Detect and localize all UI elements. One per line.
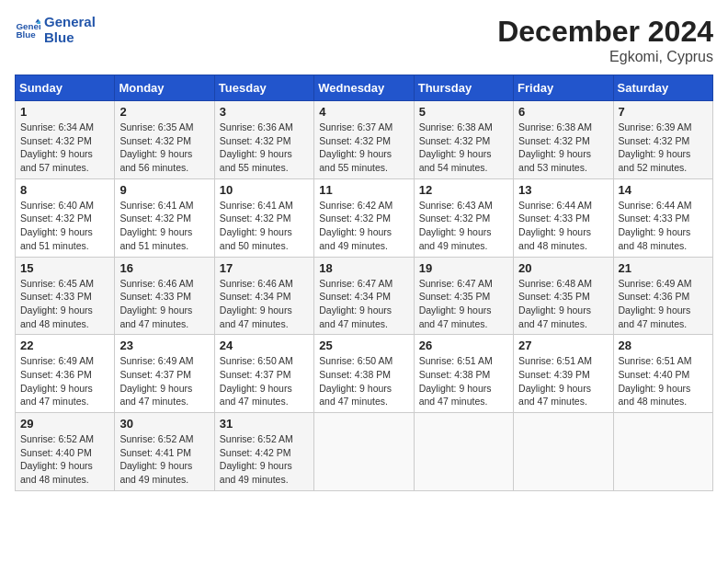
sunset-value: 4:38 PM bbox=[355, 369, 391, 380]
calendar-cell: 20 Sunrise: 6:48 AM Sunset: 4:35 PM Dayl… bbox=[514, 257, 613, 335]
sunrise-label: Sunrise: bbox=[20, 121, 58, 132]
sunset-value: 4:32 PM bbox=[56, 135, 92, 146]
sunrise-value: 6:46 AM bbox=[257, 278, 293, 289]
sunset-label: Sunset: bbox=[20, 291, 56, 302]
sunset-value: 4:32 PM bbox=[355, 213, 391, 224]
sunrise-value: 6:44 AM bbox=[557, 200, 593, 211]
sunrise-label: Sunrise: bbox=[419, 121, 457, 132]
day-number: 6 bbox=[518, 105, 608, 119]
calendar-cell: 19 Sunrise: 6:47 AM Sunset: 4:35 PM Dayl… bbox=[414, 257, 513, 335]
daylight-label: Daylight: bbox=[518, 383, 559, 394]
sunrise-value: 6:44 AM bbox=[656, 200, 692, 211]
day-number: 2 bbox=[119, 105, 209, 119]
day-info: Sunrise: 6:51 AM Sunset: 4:40 PM Dayligh… bbox=[619, 354, 708, 408]
calendar-cell: 22 Sunrise: 6:49 AM Sunset: 4:36 PM Dayl… bbox=[16, 335, 115, 413]
day-info: Sunrise: 6:38 AM Sunset: 4:32 PM Dayligh… bbox=[419, 121, 508, 175]
sunrise-label: Sunrise: bbox=[119, 278, 157, 289]
sunset-value: 4:33 PM bbox=[155, 291, 191, 302]
sunset-label: Sunset: bbox=[619, 213, 654, 224]
sunrise-value: 6:49 AM bbox=[656, 278, 692, 289]
sunrise-value: 6:39 AM bbox=[656, 121, 692, 132]
sunrise-label: Sunrise: bbox=[220, 278, 257, 289]
day-number: 15 bbox=[20, 261, 109, 275]
calendar-cell: 18 Sunrise: 6:47 AM Sunset: 4:34 PM Dayl… bbox=[314, 257, 414, 335]
sunrise-label: Sunrise: bbox=[619, 121, 656, 132]
calendar-cell: 24 Sunrise: 6:50 AM Sunset: 4:37 PM Dayl… bbox=[214, 335, 313, 413]
calendar-week-row: 29 Sunrise: 6:52 AM Sunset: 4:40 PM Dayl… bbox=[16, 413, 713, 491]
day-number: 31 bbox=[220, 417, 309, 431]
calendar-cell: 29 Sunrise: 6:52 AM Sunset: 4:40 PM Dayl… bbox=[16, 413, 115, 491]
sunset-value: 4:33 PM bbox=[56, 291, 92, 302]
sunset-value: 4:37 PM bbox=[155, 369, 191, 380]
day-number: 26 bbox=[419, 339, 508, 352]
sunset-value: 4:41 PM bbox=[155, 447, 191, 458]
sunset-value: 4:32 PM bbox=[155, 213, 191, 224]
sunrise-label: Sunrise: bbox=[619, 200, 656, 211]
day-info: Sunrise: 6:49 AM Sunset: 4:37 PM Dayligh… bbox=[119, 354, 209, 408]
day-info: Sunrise: 6:47 AM Sunset: 4:35 PM Dayligh… bbox=[419, 277, 508, 331]
daylight-label: Daylight: bbox=[20, 460, 61, 471]
sunset-value: 4:40 PM bbox=[56, 447, 92, 458]
sunset-value: 4:36 PM bbox=[56, 369, 92, 380]
calendar-cell: 2 Sunrise: 6:35 AM Sunset: 4:32 PM Dayli… bbox=[115, 101, 214, 179]
day-number: 28 bbox=[619, 339, 708, 352]
column-header-saturday: Saturday bbox=[613, 75, 712, 101]
day-info: Sunrise: 6:39 AM Sunset: 4:32 PM Dayligh… bbox=[619, 121, 708, 175]
sunrise-label: Sunrise: bbox=[419, 200, 457, 211]
sunrise-label: Sunrise: bbox=[220, 200, 257, 211]
day-info: Sunrise: 6:40 AM Sunset: 4:32 PM Dayligh… bbox=[20, 199, 109, 253]
sunrise-value: 6:49 AM bbox=[58, 355, 94, 366]
sunrise-label: Sunrise: bbox=[119, 200, 157, 211]
sunset-label: Sunset: bbox=[119, 135, 155, 146]
sunset-value: 4:32 PM bbox=[554, 135, 590, 146]
sunrise-label: Sunrise: bbox=[20, 278, 58, 289]
sunset-value: 4:42 PM bbox=[255, 447, 290, 458]
calendar-header-row: SundayMondayTuesdayWednesdayThursdayFrid… bbox=[16, 75, 713, 101]
sunset-label: Sunset: bbox=[419, 369, 455, 380]
sunset-label: Sunset: bbox=[220, 447, 256, 458]
daylight-label: Daylight: bbox=[518, 148, 559, 159]
daylight-label: Daylight: bbox=[20, 226, 61, 237]
day-number: 27 bbox=[518, 339, 608, 352]
sunrise-label: Sunrise: bbox=[319, 278, 357, 289]
sunset-label: Sunset: bbox=[20, 135, 56, 146]
sunset-label: Sunset: bbox=[619, 291, 654, 302]
sunrise-value: 6:38 AM bbox=[557, 121, 593, 132]
sunrise-label: Sunrise: bbox=[220, 121, 257, 132]
day-info: Sunrise: 6:36 AM Sunset: 4:32 PM Dayligh… bbox=[220, 121, 309, 175]
calendar-week-row: 15 Sunrise: 6:45 AM Sunset: 4:33 PM Dayl… bbox=[16, 257, 713, 335]
sunrise-label: Sunrise: bbox=[518, 121, 556, 132]
daylight-label: Daylight: bbox=[20, 304, 61, 316]
daylight-label: Daylight: bbox=[119, 226, 160, 237]
day-info: Sunrise: 6:52 AM Sunset: 4:41 PM Dayligh… bbox=[119, 432, 209, 487]
day-info: Sunrise: 6:38 AM Sunset: 4:32 PM Dayligh… bbox=[518, 121, 608, 175]
calendar-cell: 30 Sunrise: 6:52 AM Sunset: 4:41 PM Dayl… bbox=[115, 413, 214, 491]
sunset-value: 4:35 PM bbox=[554, 291, 590, 302]
sunset-value: 4:38 PM bbox=[454, 369, 490, 380]
daylight-label: Daylight: bbox=[20, 383, 61, 394]
logo-general: General bbox=[44, 15, 96, 30]
sunrise-value: 6:50 AM bbox=[358, 355, 393, 366]
sunset-value: 4:35 PM bbox=[454, 291, 490, 302]
daylight-label: Daylight: bbox=[419, 304, 460, 316]
day-info: Sunrise: 6:37 AM Sunset: 4:32 PM Dayligh… bbox=[319, 121, 408, 175]
sunset-label: Sunset: bbox=[220, 291, 256, 302]
calendar-week-row: 22 Sunrise: 6:49 AM Sunset: 4:36 PM Dayl… bbox=[16, 335, 713, 413]
day-number: 17 bbox=[220, 261, 309, 275]
sunset-label: Sunset: bbox=[319, 135, 355, 146]
sunset-label: Sunset: bbox=[619, 135, 654, 146]
sunrise-label: Sunrise: bbox=[20, 200, 58, 211]
day-info: Sunrise: 6:44 AM Sunset: 4:33 PM Dayligh… bbox=[518, 199, 608, 253]
day-number: 24 bbox=[220, 339, 309, 352]
sunset-label: Sunset: bbox=[220, 135, 256, 146]
day-info: Sunrise: 6:41 AM Sunset: 4:32 PM Dayligh… bbox=[119, 199, 209, 253]
sunrise-value: 6:49 AM bbox=[158, 355, 194, 366]
day-info: Sunrise: 6:34 AM Sunset: 4:32 PM Dayligh… bbox=[20, 121, 109, 175]
day-info: Sunrise: 6:49 AM Sunset: 4:36 PM Dayligh… bbox=[20, 354, 109, 408]
day-info: Sunrise: 6:47 AM Sunset: 4:34 PM Dayligh… bbox=[319, 277, 408, 331]
day-info: Sunrise: 6:50 AM Sunset: 4:38 PM Dayligh… bbox=[319, 354, 408, 408]
sunset-value: 4:39 PM bbox=[554, 369, 590, 380]
day-info: Sunrise: 6:41 AM Sunset: 4:32 PM Dayligh… bbox=[220, 199, 309, 253]
day-number: 4 bbox=[319, 105, 408, 119]
calendar-cell: 17 Sunrise: 6:46 AM Sunset: 4:34 PM Dayl… bbox=[214, 257, 313, 335]
